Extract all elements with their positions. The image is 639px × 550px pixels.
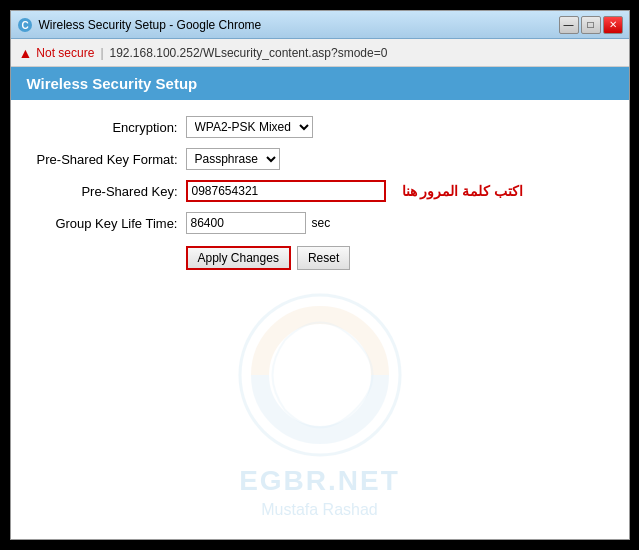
psk-row: Pre-Shared Key: اكتب كلمة المرور هنا	[31, 180, 609, 202]
apply-changes-button[interactable]: Apply Changes	[186, 246, 291, 270]
title-bar: C Wireless Security Setup - Google Chrom…	[11, 11, 629, 39]
reset-button[interactable]: Reset	[297, 246, 350, 270]
group-key-input[interactable]	[186, 212, 306, 234]
svg-point-2	[240, 295, 400, 455]
page-header: Wireless Security Setup	[11, 67, 629, 100]
address-bar: ▲ Not secure | 192.168.100.252/WLsecurit…	[11, 39, 629, 67]
page-content: Wireless Security Setup Encryption: WPA2…	[11, 67, 629, 539]
minimize-button[interactable]: —	[559, 16, 579, 34]
psk-format-control: Passphrase Hex	[186, 148, 280, 170]
button-row: Apply Changes Reset	[31, 246, 609, 270]
watermark-text-name: Mustafa Rashad	[230, 501, 410, 519]
maximize-button[interactable]: □	[581, 16, 601, 34]
page-title: Wireless Security Setup	[27, 75, 198, 92]
psk-input[interactable]	[186, 180, 386, 202]
security-badge: ▲ Not secure	[19, 46, 95, 60]
psk-control: اكتب كلمة المرور هنا	[186, 180, 524, 202]
group-key-unit: sec	[312, 216, 331, 230]
encryption-select[interactable]: WPA2-PSK Mixed WPA-PSK WPA2-PSK WEP	[186, 116, 313, 138]
address-url[interactable]: 192.168.100.252/WLsecurity_content.asp?s…	[110, 46, 388, 60]
warning-icon: ▲	[19, 46, 33, 60]
psk-label: Pre-Shared Key:	[31, 184, 186, 199]
group-key-row: Group Key Life Time: sec	[31, 212, 609, 234]
watermark-text-egbr: EGBR.NET	[230, 465, 410, 497]
browser-window: C Wireless Security Setup - Google Chrom…	[10, 10, 630, 540]
not-secure-label: Not secure	[36, 46, 94, 60]
encryption-control: WPA2-PSK Mixed WPA-PSK WPA2-PSK WEP	[186, 116, 313, 138]
psk-format-select[interactable]: Passphrase Hex	[186, 148, 280, 170]
group-key-label: Group Key Life Time:	[31, 216, 186, 231]
encryption-row: Encryption: WPA2-PSK Mixed WPA-PSK WPA2-…	[31, 116, 609, 138]
close-button[interactable]: ✕	[603, 16, 623, 34]
browser-icon: C	[17, 17, 33, 33]
window-controls: — □ ✕	[559, 16, 623, 34]
psk-format-row: Pre-Shared Key Format: Passphrase Hex	[31, 148, 609, 170]
watermark: EGBR.NET Mustafa Rashad	[230, 285, 410, 519]
group-key-control: sec	[186, 212, 331, 234]
address-separator: |	[100, 46, 103, 60]
arabic-annotation: اكتب كلمة المرور هنا	[402, 183, 524, 199]
watermark-circle-svg	[230, 285, 410, 465]
window-title: Wireless Security Setup - Google Chrome	[39, 18, 559, 32]
encryption-label: Encryption:	[31, 120, 186, 135]
svg-text:C: C	[21, 20, 28, 31]
psk-format-label: Pre-Shared Key Format:	[31, 152, 186, 167]
form-area: Encryption: WPA2-PSK Mixed WPA-PSK WPA2-…	[11, 100, 629, 286]
